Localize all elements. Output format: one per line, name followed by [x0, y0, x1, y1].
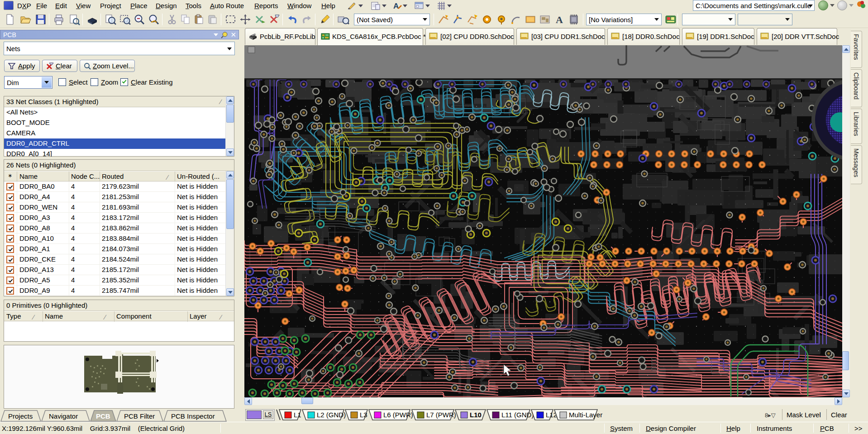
- svg-text:A: A: [556, 14, 563, 25]
- svg-text:L10: L10: [470, 411, 482, 419]
- svg-text:PCB Filter: PCB Filter: [124, 412, 155, 420]
- svg-text:Projects: Projects: [8, 412, 33, 420]
- svg-text:L11 (GND): L11 (GND): [501, 411, 534, 419]
- svg-text:A: A: [393, 2, 399, 10]
- svg-text:L1: L1: [294, 411, 301, 419]
- svg-text:L6 (PWR): L6 (PWR): [383, 411, 413, 419]
- svg-text:Multi-Layer: Multi-Layer: [569, 411, 602, 419]
- svg-text:L7 (PWR): L7 (PWR): [426, 411, 456, 419]
- svg-text:PCB Inspector: PCB Inspector: [171, 412, 215, 420]
- svg-text:PCB: PCB: [96, 412, 110, 420]
- svg-text:L3: L3: [360, 411, 367, 419]
- svg-text:Navigator: Navigator: [49, 412, 78, 420]
- svg-text:L2 (GND): L2 (GND): [317, 411, 346, 419]
